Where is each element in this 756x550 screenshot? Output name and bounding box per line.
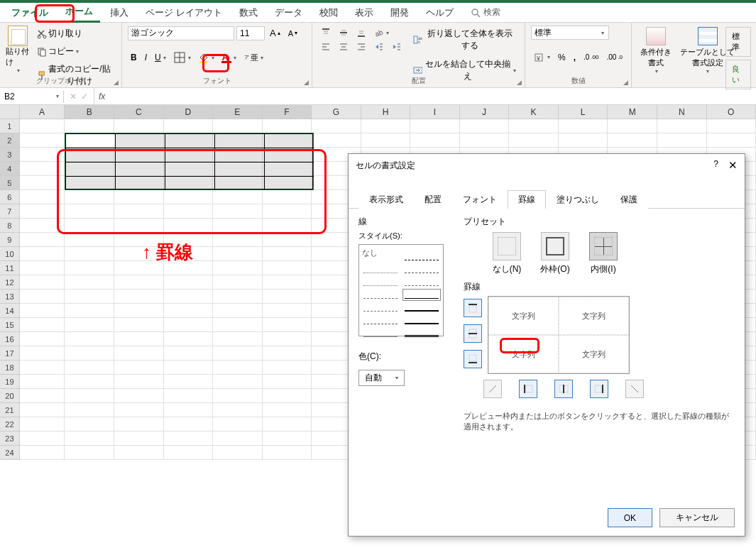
cell[interactable] bbox=[164, 275, 214, 290]
italic-button[interactable]: I bbox=[142, 50, 150, 65]
line-style-5[interactable] bbox=[363, 317, 398, 324]
tab-data[interactable]: データ bbox=[268, 4, 309, 22]
borders-button[interactable]: ▾ bbox=[171, 50, 193, 65]
cell[interactable] bbox=[65, 261, 114, 275]
cell[interactable] bbox=[65, 233, 114, 247]
cell[interactable] bbox=[114, 318, 164, 332]
row-header-13[interactable]: 13 bbox=[0, 290, 20, 304]
align-dialog-launcher[interactable]: ◢ bbox=[517, 79, 522, 86]
comma-button[interactable]: , bbox=[571, 50, 579, 65]
row-header-2[interactable]: 2 bbox=[0, 133, 20, 148]
cell[interactable] bbox=[164, 148, 214, 162]
cell[interactable] bbox=[213, 119, 263, 133]
line-style-2[interactable] bbox=[363, 278, 398, 286]
dlg-tab-protection[interactable]: 保護 bbox=[610, 190, 648, 209]
cell[interactable] bbox=[361, 119, 411, 133]
line-style-3[interactable] bbox=[363, 291, 398, 299]
cell[interactable] bbox=[164, 446, 214, 460]
cell[interactable] bbox=[20, 162, 65, 176]
dlg-tab-font[interactable]: フォント bbox=[452, 190, 508, 209]
col-header-H[interactable]: H bbox=[361, 105, 411, 119]
cell[interactable] bbox=[65, 148, 114, 162]
row-header-21[interactable]: 21 bbox=[0, 403, 20, 417]
border-top-button[interactable] bbox=[464, 299, 482, 317]
row-header-23[interactable]: 23 bbox=[0, 431, 20, 446]
cell[interactable] bbox=[65, 375, 114, 389]
line-style-7[interactable] bbox=[405, 253, 439, 260]
decrease-indent-button[interactable] bbox=[371, 40, 387, 54]
cell[interactable] bbox=[263, 261, 312, 275]
row-header-18[interactable]: 18 bbox=[0, 361, 20, 375]
cell[interactable] bbox=[213, 204, 263, 219]
tab-view[interactable]: 表示 bbox=[348, 4, 380, 22]
cell[interactable] bbox=[213, 431, 263, 446]
wrap-text-button[interactable]: abc折り返して全体を表示する bbox=[410, 26, 519, 54]
cell[interactable] bbox=[114, 346, 164, 361]
row-header-20[interactable]: 20 bbox=[0, 389, 20, 403]
dialog-cancel-button[interactable]: キャンセル bbox=[659, 508, 735, 527]
line-style-6[interactable] bbox=[363, 329, 398, 337]
cell[interactable] bbox=[164, 190, 214, 204]
cell[interactable] bbox=[20, 261, 65, 275]
col-header-I[interactable]: I bbox=[410, 105, 460, 119]
cell[interactable] bbox=[164, 204, 214, 219]
line-style-1[interactable] bbox=[363, 265, 398, 273]
cell[interactable] bbox=[114, 332, 164, 346]
cell[interactable] bbox=[65, 290, 114, 304]
cell[interactable] bbox=[114, 361, 164, 375]
cell[interactable] bbox=[164, 304, 214, 318]
cell[interactable] bbox=[213, 290, 263, 304]
cell[interactable] bbox=[263, 431, 312, 446]
cell[interactable] bbox=[657, 119, 707, 133]
search-box[interactable]: 検索 bbox=[471, 6, 500, 18]
cell[interactable] bbox=[65, 176, 114, 190]
select-all-corner[interactable] bbox=[0, 105, 20, 119]
accounting-format-button[interactable]: ¥▾ bbox=[531, 50, 553, 65]
cell[interactable] bbox=[164, 431, 214, 446]
cell[interactable] bbox=[263, 346, 312, 361]
cell[interactable] bbox=[213, 389, 263, 403]
cell[interactable] bbox=[164, 219, 214, 233]
cell[interactable] bbox=[65, 417, 114, 431]
line-color-select[interactable]: 自動 ▾ bbox=[358, 370, 405, 386]
cell[interactable] bbox=[263, 247, 312, 261]
cell[interactable] bbox=[608, 119, 657, 133]
font-name-select[interactable] bbox=[128, 26, 234, 40]
preset-outline-button[interactable]: 外枠(O) bbox=[537, 232, 573, 275]
cell[interactable] bbox=[213, 318, 263, 332]
cell[interactable] bbox=[213, 417, 263, 431]
cell[interactable] bbox=[410, 119, 460, 133]
cell[interactable] bbox=[164, 332, 214, 346]
tab-formulas[interactable]: 数式 bbox=[232, 4, 265, 22]
number-format-select[interactable] bbox=[531, 26, 609, 40]
row-header-9[interactable]: 9 bbox=[0, 233, 20, 247]
cell[interactable] bbox=[65, 361, 114, 375]
cell[interactable] bbox=[213, 446, 263, 460]
row-header-10[interactable]: 10 bbox=[0, 247, 20, 261]
cell[interactable] bbox=[213, 190, 263, 204]
cell[interactable] bbox=[20, 148, 65, 162]
border-left-button[interactable] bbox=[519, 380, 537, 398]
cell[interactable] bbox=[213, 162, 263, 176]
cell[interactable] bbox=[164, 290, 214, 304]
cell[interactable] bbox=[114, 375, 164, 389]
line-style-4[interactable] bbox=[363, 304, 398, 312]
cell[interactable] bbox=[263, 133, 312, 148]
cell[interactable] bbox=[65, 346, 114, 361]
col-header-K[interactable]: K bbox=[509, 105, 559, 119]
cell[interactable] bbox=[410, 133, 460, 148]
row-header-7[interactable]: 7 bbox=[0, 204, 20, 219]
cell[interactable] bbox=[114, 403, 164, 417]
cell[interactable] bbox=[114, 204, 164, 219]
cell[interactable] bbox=[263, 304, 312, 318]
tab-review[interactable]: 校閲 bbox=[312, 4, 345, 22]
cell[interactable] bbox=[164, 375, 214, 389]
cell[interactable] bbox=[114, 119, 164, 133]
cell[interactable] bbox=[213, 219, 263, 233]
border-bottom-button[interactable] bbox=[464, 350, 482, 368]
line-style-8[interactable] bbox=[405, 265, 439, 273]
row-header-14[interactable]: 14 bbox=[0, 304, 20, 318]
col-header-D[interactable]: D bbox=[164, 105, 214, 119]
row-header-4[interactable]: 4 bbox=[0, 162, 20, 176]
cell[interactable] bbox=[213, 233, 263, 247]
